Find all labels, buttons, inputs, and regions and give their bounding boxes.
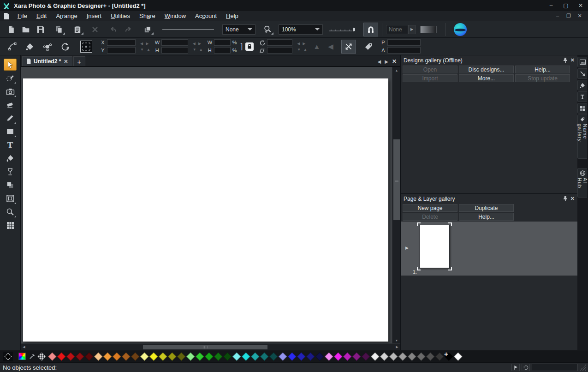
color-swatch[interactable] <box>224 353 231 360</box>
size-steppers[interactable]: ◀▶ ▼▲ <box>193 42 203 52</box>
color-swatch[interactable] <box>436 353 443 360</box>
color-swatch[interactable] <box>417 353 425 360</box>
maximize-button[interactable]: ▢ <box>558 0 573 11</box>
color-swatch[interactable] <box>399 353 406 360</box>
width-input[interactable] <box>161 39 188 46</box>
mdi-close-button[interactable]: ✕ <box>574 12 585 20</box>
page-layer-gallery-header[interactable]: Page & Layer gallery ✕ <box>401 194 577 204</box>
page-canvas[interactable] <box>23 78 388 342</box>
panel-close-icon[interactable]: ✕ <box>570 57 575 63</box>
new-page-button[interactable]: New page <box>403 204 457 212</box>
fill-gallery-tab[interactable] <box>577 80 587 90</box>
menu-share[interactable]: Share <box>135 12 160 20</box>
live-effect-apply-button[interactable]: ▶ <box>408 25 416 34</box>
pin-icon[interactable] <box>563 58 568 63</box>
color-swatch[interactable] <box>251 353 259 360</box>
color-swatch[interactable] <box>325 353 333 360</box>
color-swatch[interactable] <box>141 353 148 360</box>
menu-file[interactable]: File <box>13 12 32 20</box>
designs-gallery-header[interactable]: Designs gallery (Offline) ✕ <box>401 55 577 65</box>
height-input[interactable] <box>161 47 188 54</box>
object-handles-button[interactable] <box>40 40 55 54</box>
close-button[interactable]: ✕ <box>573 0 588 11</box>
freehand-tool[interactable] <box>4 72 17 84</box>
menu-arrange[interactable]: Arrange <box>51 12 82 20</box>
rotation-mode-button[interactable] <box>57 40 73 54</box>
a-input[interactable] <box>387 47 421 54</box>
flip-horizontal-button[interactable]: ▲ <box>311 42 323 50</box>
color-editor-button[interactable] <box>18 353 26 360</box>
color-swatch[interactable] <box>233 353 240 360</box>
color-swatch[interactable] <box>362 353 369 360</box>
no-color-swatch[interactable] <box>3 352 13 361</box>
minimize-button[interactable]: – <box>544 0 558 11</box>
bevel-tool[interactable] <box>4 192 17 204</box>
color-swatch[interactable] <box>95 353 102 360</box>
photo-tool[interactable] <box>4 85 17 97</box>
x-input[interactable] <box>107 39 136 46</box>
erase-tool[interactable] <box>4 99 17 111</box>
menu-edit[interactable]: Edit <box>32 12 51 20</box>
color-swatch[interactable] <box>380 353 388 360</box>
vertical-scrollbar[interactable]: ▲ ▼ <box>392 67 400 343</box>
color-swatch[interactable] <box>408 353 416 360</box>
name-tag-button[interactable] <box>361 40 376 54</box>
horizontal-scrollbar[interactable]: ◀ ▶ <box>21 343 400 350</box>
color-swatch[interactable] <box>159 353 166 360</box>
color-swatch[interactable] <box>344 353 351 360</box>
page-list-item[interactable]: ▶ 1. <box>401 222 577 276</box>
disc-designs-button[interactable]: Disc designs... <box>459 66 514 73</box>
fonts-gallery-tab[interactable] <box>577 91 587 102</box>
paste-format-button[interactable] <box>140 23 155 36</box>
tab-scroll-left-button[interactable]: ◀ <box>378 59 381 64</box>
paste-button[interactable] <box>70 23 85 36</box>
stop-update-button[interactable]: Stop update <box>515 74 570 82</box>
p-input[interactable] <box>387 39 421 46</box>
delete-button[interactable] <box>88 23 102 36</box>
name-gallery-tab[interactable]: Name gallery <box>577 114 587 159</box>
color-swatch[interactable] <box>131 353 139 360</box>
open-button[interactable] <box>18 23 33 36</box>
color-swatch[interactable] <box>242 353 249 360</box>
vertical-scroll-thumb[interactable] <box>393 139 400 220</box>
page-layer-help-button[interactable]: Help... <box>459 213 514 221</box>
color-swatch[interactable] <box>150 353 157 360</box>
line-style-select[interactable]: None <box>222 24 255 35</box>
color-swatch[interactable] <box>67 353 74 360</box>
color-swatch[interactable] <box>307 353 314 360</box>
scale-height-input[interactable] <box>214 47 231 54</box>
delete-page-button[interactable]: Delete <box>403 213 457 221</box>
new-document-button[interactable] <box>4 23 18 36</box>
mdi-minimize-button[interactable]: – <box>552 12 563 20</box>
color-swatch[interactable] <box>454 353 462 360</box>
fill-handles-button[interactable] <box>22 40 38 54</box>
duplicate-button[interactable]: Duplicate <box>459 204 514 212</box>
transparent-swatch[interactable] <box>37 352 46 360</box>
panel-close-icon[interactable]: ✕ <box>570 196 575 202</box>
color-swatch[interactable] <box>371 353 379 360</box>
color-swatch[interactable] <box>113 353 120 360</box>
redo-button[interactable] <box>121 23 136 36</box>
color-swatch[interactable] <box>390 353 397 360</box>
shear-angle-input[interactable] <box>267 47 292 54</box>
snap-to-objects-button[interactable] <box>363 23 378 36</box>
designs-gallery-body[interactable] <box>401 83 577 193</box>
color-swatch[interactable] <box>122 353 130 360</box>
scale-line-widths-button[interactable] <box>341 40 356 54</box>
xara-cloud-button[interactable] <box>454 23 467 36</box>
import-button[interactable]: Import <box>403 74 457 82</box>
anchor-point-selector[interactable] <box>80 41 92 53</box>
color-swatch[interactable] <box>168 353 176 360</box>
close-document-button[interactable]: ✕ <box>392 58 397 65</box>
color-gallery-tab[interactable] <box>577 103 587 114</box>
color-swatch[interactable] <box>334 353 342 360</box>
color-swatch[interactable] <box>85 353 93 360</box>
zoom-tool[interactable] <box>4 206 17 218</box>
live-drag-indicator-icon[interactable] <box>511 364 520 371</box>
grid-tool[interactable] <box>4 219 17 231</box>
color-swatch[interactable]: ✛ <box>445 353 452 360</box>
canvas[interactable] <box>21 67 392 343</box>
pen-tool[interactable] <box>4 112 17 124</box>
selector-tool[interactable] <box>4 59 17 71</box>
ai-hub-tab[interactable]: AI Hub <box>577 168 587 198</box>
